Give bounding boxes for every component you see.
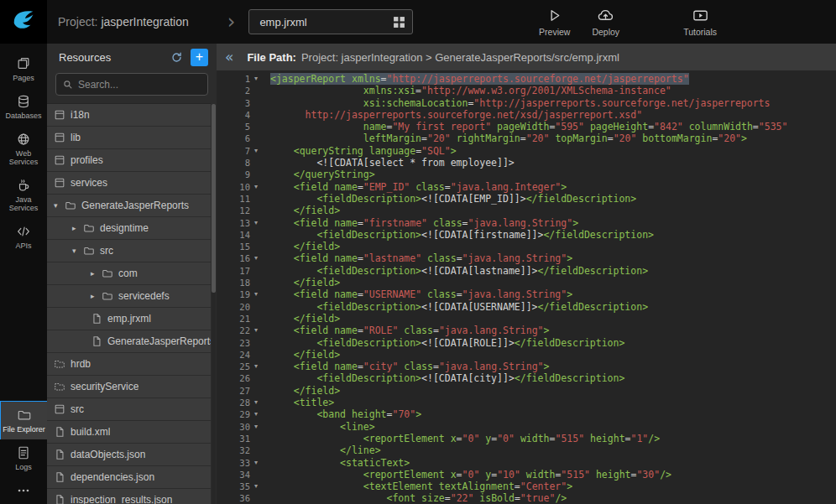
tree-item-services[interactable]: services	[47, 172, 211, 194]
search-input[interactable]	[78, 79, 196, 91]
code-line[interactable]: <field name="firstname" class="java.lang…	[270, 217, 836, 229]
fold-toggle-icon[interactable]: ▾	[250, 397, 262, 408]
chevron-right-icon[interactable]: ▸	[91, 269, 102, 278]
code-line[interactable]: <band height="70">	[270, 408, 836, 420]
tree-item-GenerateJasperReports.s[interactable]: GenerateJasperReports.s	[47, 330, 211, 352]
sidebar-item-pages[interactable]: Pages	[0, 50, 47, 88]
code-line[interactable]: </field>	[270, 385, 836, 397]
code-line[interactable]: xmlns:xsi="http://www.w3.org/2001/XMLSch…	[270, 85, 836, 96]
code-line[interactable]: </field>	[270, 241, 836, 252]
code-line[interactable]: <line>	[270, 421, 836, 433]
tree-item-com[interactable]: ▸com	[47, 262, 211, 284]
collapse-panel-icon[interactable]: «	[225, 49, 233, 65]
code-line[interactable]: <field name="USERNAME" class="java.lang.…	[270, 288, 836, 300]
code-line[interactable]: </field>	[270, 277, 836, 288]
sidebar-item-apis[interactable]: APIs	[0, 218, 47, 256]
code-line[interactable]: leftMargin="20" rightMargin="20" topMarg…	[270, 132, 836, 144]
tree-item-designtime[interactable]: ▸designtime	[47, 217, 211, 239]
fold-toggle-icon[interactable]: ▾	[250, 361, 262, 372]
grid-icon[interactable]	[393, 16, 405, 29]
fold-toggle-icon[interactable]: ▾	[250, 145, 262, 157]
fold-toggle-icon[interactable]: ▾	[250, 252, 262, 264]
code-line[interactable]: xsi:schemaLocation="http://jasperreports…	[270, 97, 836, 109]
tree-item-servicedefs[interactable]: ▸servicedefs	[47, 285, 211, 307]
tutorials-button[interactable]: Tutorials	[683, 7, 717, 37]
fold-toggle-icon[interactable]: ▾	[250, 457, 262, 469]
code-line[interactable]: <title>	[270, 397, 836, 408]
code-line[interactable]: </field>	[270, 313, 836, 325]
fold-toggle-icon[interactable]: ▾	[250, 408, 262, 420]
fold-toggle-icon[interactable]: ▾	[250, 288, 262, 300]
code-line[interactable]: <reportElement x="0" y="0" width="515" h…	[270, 433, 836, 444]
tree-item-dependencies.json[interactable]: dependencies.json	[47, 466, 211, 488]
sidebar-item-logs[interactable]: Logs	[0, 439, 47, 477]
code-line[interactable]: <staticText>	[270, 457, 836, 469]
sidebar-item-more[interactable]	[0, 477, 47, 504]
code-line[interactable]: </field>	[270, 205, 836, 216]
artifact-selector[interactable]: emp.jrxml	[248, 9, 413, 34]
code-line[interactable]: http://jasperreports.sourceforge.net/xsd…	[270, 109, 836, 121]
fold-toggle-icon[interactable]: ▾	[250, 481, 262, 492]
tree-item-GenerateJasperReports[interactable]: ▾GenerateJasperReports	[47, 195, 211, 216]
code-line[interactable]: <field name="EMP_ID" class="java.lang.In…	[270, 181, 836, 193]
code-line[interactable]: name="My first report" pageWidth="595" p…	[270, 121, 836, 132]
code-line[interactable]: <fieldDescription><![CDATA[ROLE]]></fiel…	[270, 337, 836, 349]
chevron-right-icon[interactable]: ▸	[91, 292, 102, 300]
code-line[interactable]: <field name="lastname" class="java.lang.…	[270, 252, 836, 264]
code-line[interactable]: <textElement textAlignment="Center">	[270, 481, 836, 492]
project-name[interactable]: jasperIntegration	[101, 15, 188, 29]
resources-scrollbar[interactable]	[212, 104, 216, 504]
tree-item-dataObjects.json[interactable]: dataObjects.json	[47, 444, 211, 465]
code-line[interactable]: <fieldDescription><![CDATA[USERNAME]]></…	[270, 301, 836, 313]
tree-item-hrdb[interactable]: hrdb	[47, 353, 211, 375]
code-line[interactable]: <field name="ROLE" class="java.lang.Stri…	[270, 325, 836, 336]
scrollbar-thumb[interactable]	[212, 104, 216, 293]
code-line[interactable]: <reportElement x="0" y="10" width="515" …	[270, 469, 836, 481]
add-resource-button[interactable]: +	[191, 49, 208, 66]
tree-item-lib[interactable]: lib	[47, 127, 211, 148]
chevron-down-icon[interactable]: ▾	[72, 247, 83, 255]
tree-item-i18n[interactable]: i18n	[47, 104, 211, 126]
deploy-button[interactable]: Deploy	[592, 7, 619, 37]
fold-spacer	[250, 337, 262, 349]
code-line[interactable]: <fieldDescription><![CDATA[EMP_ID]]></fi…	[270, 193, 836, 205]
fold-spacer	[250, 313, 262, 325]
code-line[interactable]: <font size="22" isBold="true"/>	[270, 492, 836, 504]
tree-item-label: emp.jrxml	[107, 313, 151, 325]
fold-toggle-icon[interactable]: ▾	[250, 181, 262, 193]
code-line[interactable]: <queryString language="SQL">	[270, 145, 836, 157]
tree-item-inspection_results.json[interactable]: inspection_results.json	[47, 489, 211, 504]
code-line[interactable]: </line>	[270, 444, 836, 456]
tree-item-build.xml[interactable]: build.xml	[47, 421, 211, 443]
refresh-icon[interactable]	[170, 51, 183, 64]
code-line[interactable]: <jasperReport xmlns="http://jasperreport…	[270, 73, 836, 85]
fold-toggle-icon[interactable]: ▾	[250, 421, 262, 433]
tree-item-src[interactable]: src	[47, 398, 211, 420]
chevron-down-icon[interactable]: ▾	[54, 201, 65, 210]
preview-button[interactable]: Preview	[539, 7, 570, 37]
code-line[interactable]: <fieldDescription><![CDATA[firstname]]><…	[270, 229, 836, 241]
search-box[interactable]	[55, 73, 208, 96]
tree-item-securityService[interactable]: securityService	[47, 376, 211, 397]
tree-item-emp.jrxml[interactable]: emp.jrxml	[47, 308, 211, 330]
sidebar-item-databases[interactable]: Databases	[0, 88, 47, 126]
app-logo[interactable]	[0, 0, 47, 44]
code-line[interactable]: </queryString>	[270, 169, 836, 180]
fold-toggle-icon[interactable]: ▾	[250, 217, 262, 229]
code-editor: 1▾234567▾8910▾111213▾141516▾171819▾20212…	[217, 70, 836, 504]
chevron-right-icon[interactable]: ▸	[72, 224, 83, 232]
fold-toggle-icon[interactable]: ▾	[250, 73, 262, 85]
code-line[interactable]: <field name="city" class="java.lang.Stri…	[270, 361, 836, 372]
tree-item-profiles[interactable]: profiles	[47, 149, 211, 171]
sidebar-item-web-services[interactable]: Web Services	[0, 126, 47, 172]
code-line[interactable]: <![CDATA[select * from employee]]>	[270, 157, 836, 169]
code-line[interactable]: <fieldDescription><![CDATA[city]]></fiel…	[270, 372, 836, 384]
tree-item-src[interactable]: ▾src	[47, 240, 211, 262]
code-line[interactable]: </field>	[270, 349, 836, 361]
tree-item-label: inspection_results.json	[71, 494, 172, 504]
code-line[interactable]: <fieldDescription><![CDATA[lastname]]></…	[270, 265, 836, 277]
sidebar-item-file-explorer[interactable]: File Explorer	[0, 401, 47, 439]
fold-toggle-icon[interactable]: ▾	[250, 325, 262, 336]
code-lines[interactable]: <jasperReport xmlns="http://jasperreport…	[264, 73, 836, 504]
sidebar-item-java-services[interactable]: Java Services	[0, 172, 47, 218]
